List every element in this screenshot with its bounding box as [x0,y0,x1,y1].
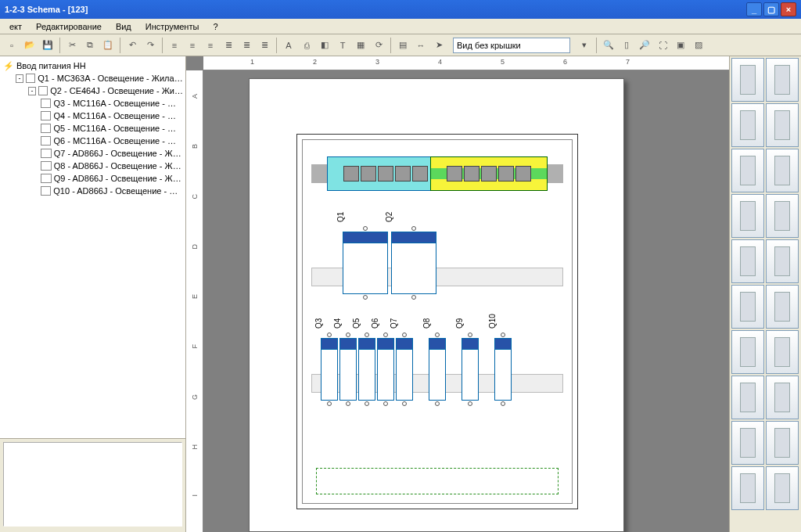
label-strip[interactable] [316,468,559,494]
align-l-icon[interactable]: ≡ [166,37,183,54]
drawing-page[interactable]: Q1Q2 Q3Q4Q5Q6Q7Q8Q9Q10 [249,78,624,532]
save-icon[interactable]: 💾 [39,37,56,54]
text-icon[interactable]: A [280,37,297,54]
align-r-icon[interactable]: ≡ [202,37,219,54]
view-mode-combo[interactable] [453,38,570,53]
align-c-icon[interactable]: ≡ [184,37,201,54]
copy-icon[interactable]: ⧉ [81,37,99,54]
component-palette[interactable] [729,56,801,532]
tree-item[interactable]: Q9 - AD866J - Освещение - Жила [2,172,184,185]
tree-item[interactable]: Q6 - MC116A - Освещение - Жила [2,135,184,147]
component-thumb[interactable] [731,285,764,329]
redo-icon[interactable]: ↷ [142,37,159,54]
tree-item[interactable]: Q7 - AD866J - Освещение - Жила [2,147,184,160]
project-tree[interactable]: ⚡Ввод питания НН-Q1 - MC363A - Освещение… [0,56,185,438]
breaker-Q1[interactable]: Q1 [343,232,388,294]
component-thumb[interactable] [766,421,799,465]
breaker-Q6[interactable]: Q6 [377,338,394,401]
component-thumb[interactable] [731,376,764,419]
component-thumb[interactable] [731,194,764,238]
tree-root[interactable]: ⚡Ввод питания НН [2,59,184,72]
project-tree-pane: ⚡Ввод питания НН-Q1 - MC363A - Освещение… [0,56,186,532]
tree-expander[interactable]: - [28,87,36,95]
ruler-vertical: ABCDEFGHI [186,70,203,532]
zoom-out-icon[interactable]: 🔎 [636,37,653,54]
view-mode-dropdown[interactable]: ▾ [576,37,593,54]
menu-?[interactable]: ? [207,20,224,33]
breaker-Q2[interactable]: Q2 [391,232,436,294]
close-button[interactable]: × [781,2,796,16]
breaker-Q5[interactable]: Q5 [358,338,375,401]
canvas-area[interactable]: 1234567 ABCDEFGHI Q1Q2 Q3Q4Q5Q6Q7Q8Q9Q10 [186,56,729,532]
bold-icon[interactable]: T [334,37,351,54]
maximize-button[interactable]: ▢ [763,2,779,16]
breaker-label: Q9 [455,318,464,329]
tree-item[interactable]: Q10 - AD866J - Освещение - Жила [2,185,184,197]
rotate-icon[interactable]: ⟳ [370,37,387,54]
panel-enclosure[interactable]: Q1Q2 Q3Q4Q5Q6Q7Q8Q9Q10 [296,134,578,509]
new-icon[interactable]: ▫ [3,37,20,54]
component-thumb[interactable] [766,58,799,102]
component-thumb[interactable] [766,466,799,510]
tree-item[interactable]: Q8 - AD866J - Освещение - Жила [2,160,184,172]
component-thumb[interactable] [766,194,799,238]
node-icon [41,136,51,146]
terminal-bus-row[interactable] [311,153,563,192]
component-thumb[interactable] [766,285,799,329]
component-thumb[interactable] [731,103,764,147]
tree-item-label: Q2 - CE464J - Освещение - Жилая кок [50,86,184,95]
page-icon[interactable]: ▯ [618,37,635,54]
cube-icon[interactable]: ◧ [316,37,333,54]
open-icon[interactable]: 📂 [21,37,38,54]
component-thumb[interactable] [731,58,764,102]
component-thumb[interactable] [766,149,799,192]
tree-item[interactable]: Q4 - MC116A - Освещение - Жила [2,110,184,122]
menu-редактирование[interactable]: Редактирование [30,20,108,33]
breaker-Q3[interactable]: Q3 [321,338,338,401]
align-t-icon[interactable]: ≣ [220,37,237,54]
breaker-Q9[interactable]: Q9 [462,338,479,401]
component-thumb[interactable] [766,376,799,419]
layer1-icon[interactable]: ▣ [672,37,689,54]
tree-item[interactable]: Q3 - MC116A - Освещение - Жила [2,97,184,110]
component-thumb[interactable] [731,239,764,283]
breaker-label: Q10 [488,314,497,329]
component-thumb[interactable] [766,330,799,374]
dist-icon[interactable]: ↔ [412,37,429,54]
component-thumb[interactable] [766,103,799,147]
align-b-icon[interactable]: ≣ [256,37,273,54]
print-icon[interactable]: ⎙ [298,37,315,54]
tree-expander[interactable]: - [16,74,23,83]
component-thumb[interactable] [731,466,764,510]
breaker-Q4[interactable]: Q4 [339,338,357,401]
menu-ект[interactable]: ект [3,20,28,33]
undo-icon[interactable]: ↶ [124,37,141,54]
paste-icon[interactable]: 📋 [99,37,117,54]
cut-icon[interactable]: ✂ [63,37,81,54]
component-thumb[interactable] [766,239,799,283]
breaker-Q8[interactable]: Q8 [429,338,446,401]
menu-вид[interactable]: Вид [110,20,138,33]
tree-item[interactable]: Q5 - MC116A - Освещение - Жила [2,122,184,135]
component-thumb[interactable] [731,330,764,374]
component-thumb[interactable] [731,149,764,192]
align-m-icon[interactable]: ≣ [238,37,255,54]
breaker-Q7[interactable]: Q7 [396,338,413,401]
earth-bus[interactable] [430,156,548,191]
layout-icon[interactable]: ▦ [352,37,369,54]
tree-item-label: Q8 - AD866J - Освещение - Жила [54,161,184,171]
neutral-bus[interactable] [327,156,444,191]
tree-item[interactable]: -Q1 - MC363A - Освещение - Жилая комна [2,72,184,84]
tree-item-label: Q9 - AD866J - Освещение - Жила [54,174,184,183]
minimize-button[interactable]: _ [746,2,762,16]
zoom-in-icon[interactable]: 🔍 [600,37,617,54]
component-thumb[interactable] [731,421,764,465]
arrow-icon[interactable]: ➤ [430,37,447,54]
grid-icon[interactable]: ▤ [394,37,411,54]
breaker-Q10[interactable]: Q10 [494,338,512,401]
tree-item[interactable]: -Q2 - CE464J - Освещение - Жилая кок [2,84,184,97]
node-icon [26,74,35,83]
layer2-icon[interactable]: ▨ [690,37,707,54]
fit-icon[interactable]: ⛶ [654,37,671,54]
menu-инструменты[interactable]: Инструменты [139,20,206,33]
